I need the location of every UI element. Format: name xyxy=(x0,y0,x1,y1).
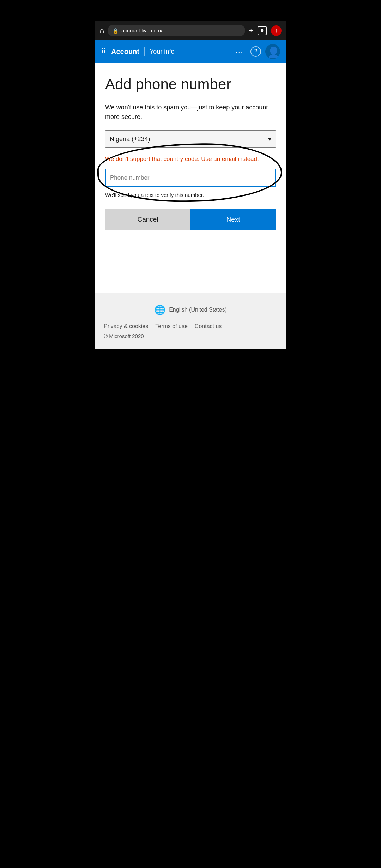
nav-yourinfo-label[interactable]: Your info xyxy=(150,48,174,55)
circled-section: We don't support that country code. Use … xyxy=(105,153,276,192)
page-description: We won't use this to spam you—just to ke… xyxy=(105,103,276,122)
up-arrow-icon: ↑ xyxy=(275,28,278,34)
user-avatar[interactable] xyxy=(265,44,280,59)
copyright-text: © Microsoft 2020 xyxy=(104,333,277,339)
footer: 🌐 English (United States) Privacy & cook… xyxy=(95,293,286,349)
nav-more-button[interactable]: ··· xyxy=(235,48,243,56)
page-title: Add phone number xyxy=(105,76,276,93)
profile-button[interactable]: ↑ xyxy=(271,25,282,36)
contact-us-link[interactable]: Contact us xyxy=(195,323,222,330)
url-text: account.live.com/ xyxy=(121,28,162,34)
error-message: We don't support that country code. Use … xyxy=(105,155,276,164)
nav-divider xyxy=(144,47,145,56)
verify-text: We'll send you a text to verify this num… xyxy=(105,192,276,198)
nav-help-button[interactable]: ? xyxy=(250,46,261,57)
country-code-select[interactable]: Nigeria (+234) United States (+1) United… xyxy=(110,131,268,147)
page-content: Add phone number We won't use this to sp… xyxy=(95,63,286,244)
nav-account-label[interactable]: Account xyxy=(111,48,139,56)
browser-actions: + 9 ↑ xyxy=(249,25,282,36)
footer-language-section: 🌐 English (United States) xyxy=(104,305,277,315)
footer-links: Privacy & cookies Terms of use Contact u… xyxy=(104,323,277,330)
phone-input-wrapper[interactable] xyxy=(105,169,276,187)
phone-number-input[interactable] xyxy=(106,169,275,186)
bottom-bar xyxy=(95,349,286,374)
page-spacer xyxy=(95,244,286,293)
new-tab-button[interactable]: + xyxy=(249,26,253,35)
address-bar[interactable]: 🔒 account.live.com/ xyxy=(108,25,245,36)
chevron-down-icon: ▾ xyxy=(268,135,271,143)
cancel-button[interactable]: Cancel xyxy=(105,209,190,230)
top-status-bar xyxy=(95,0,286,21)
grid-menu-icon[interactable]: ⠿ xyxy=(101,47,106,56)
ms-account-navbar: ⠿ Account Your info ··· ? xyxy=(95,40,286,63)
next-button[interactable]: Next xyxy=(190,209,276,230)
button-row: Cancel Next xyxy=(105,209,276,230)
tab-count-badge[interactable]: 9 xyxy=(258,26,267,35)
terms-of-use-link[interactable]: Terms of use xyxy=(155,323,188,330)
lock-icon: 🔒 xyxy=(113,28,119,34)
privacy-cookies-link[interactable]: Privacy & cookies xyxy=(104,323,148,330)
country-select-wrapper[interactable]: Nigeria (+234) United States (+1) United… xyxy=(105,130,276,148)
home-icon[interactable]: ⌂ xyxy=(99,26,104,35)
browser-toolbar: ⌂ 🔒 account.live.com/ + 9 ↑ xyxy=(95,21,286,40)
globe-icon: 🌐 xyxy=(154,305,165,315)
footer-language-label: English (United States) xyxy=(169,307,227,313)
